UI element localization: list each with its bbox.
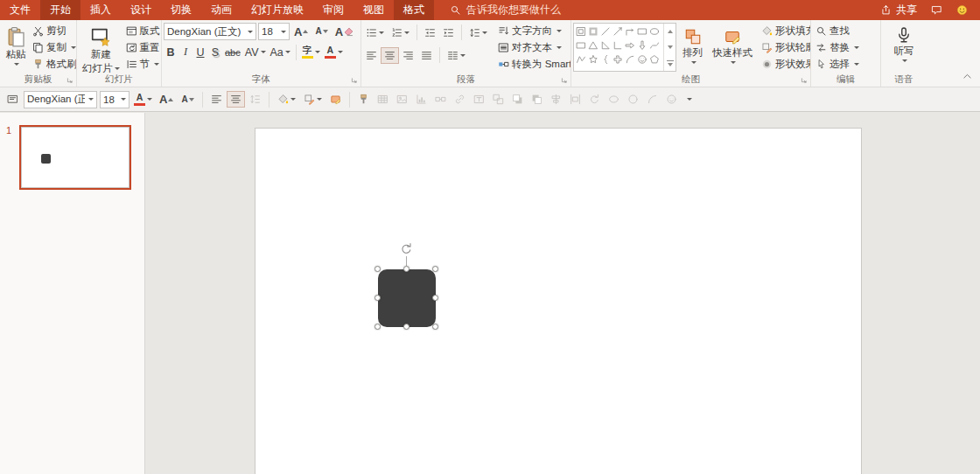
shape-right-triangle-item[interactable]: [599, 38, 612, 52]
resize-handle-top-right[interactable]: [432, 266, 438, 272]
tab-review[interactable]: 审阅: [313, 0, 354, 20]
shape-line-arrow-item[interactable]: [612, 24, 624, 38]
align-center-button[interactable]: [382, 48, 398, 63]
rounded-rectangle-shape[interactable]: [378, 269, 436, 327]
paragraph-dialog-launcher-icon[interactable]: [561, 77, 569, 85]
shape-frame-item[interactable]: [575, 24, 587, 38]
justify-button[interactable]: [418, 48, 435, 63]
fmt-rotate-button[interactable]: [586, 92, 603, 107]
resize-handle-top-left[interactable]: [374, 266, 381, 272]
section-button[interactable]: 节: [123, 56, 163, 73]
fmt-smiley-shape-button[interactable]: [663, 92, 680, 107]
fmt-text-box-button[interactable]: [471, 92, 487, 107]
resize-handle-middle-left[interactable]: [374, 295, 381, 301]
tab-home[interactable]: 开始: [40, 0, 80, 20]
change-case-button[interactable]: Aa: [269, 44, 292, 60]
convert-to-smartart-button[interactable]: 转换为 SmartArt: [495, 56, 571, 73]
arrange-button[interactable]: 排列: [679, 23, 706, 73]
font-color-button[interactable]: A: [323, 44, 345, 60]
collapse-ribbon-button[interactable]: [962, 71, 973, 82]
text-highlight-color-button[interactable]: 字: [300, 44, 322, 60]
shape-effects-button[interactable]: 形状效果: [759, 56, 811, 73]
fmt-shrink-font-button[interactable]: A: [178, 91, 196, 108]
decrease-indent-button[interactable]: [422, 25, 438, 40]
grow-font-button[interactable]: A: [291, 23, 311, 40]
layout-button[interactable]: 版式: [123, 23, 163, 39]
fmt-grow-font-button[interactable]: A: [157, 91, 176, 108]
numbering-button[interactable]: [388, 25, 412, 40]
replace-button[interactable]: 替换: [813, 39, 862, 56]
tell-me-search[interactable]: 告诉我你想要做什么: [443, 0, 568, 20]
shape-arrow-right-item[interactable]: [624, 38, 636, 52]
shape-rectangle2-item[interactable]: [575, 38, 587, 52]
tab-view[interactable]: 视图: [354, 0, 394, 20]
shape-half-frame-item[interactable]: [587, 24, 599, 38]
fmt-shape-outline-button[interactable]: [301, 92, 325, 107]
bullets-button[interactable]: [363, 25, 387, 40]
dictate-button[interactable]: 听写: [891, 23, 918, 73]
tab-slideshow[interactable]: 幻灯片放映: [242, 0, 313, 20]
resize-handle-bottom-right[interactable]: [432, 324, 438, 330]
shape-fill-button[interactable]: 形状填充: [759, 23, 811, 39]
font-family-combo[interactable]: DengXian (正文): [164, 23, 256, 40]
new-slide-button[interactable]: 新建 幻灯片: [79, 23, 123, 73]
fmt-align-objects-button[interactable]: [548, 92, 564, 107]
shape-pentagon-item[interactable]: [648, 52, 661, 66]
line-spacing-button[interactable]: [466, 25, 490, 40]
tab-insert[interactable]: 插入: [80, 0, 121, 20]
fmt-smartart-button[interactable]: [432, 92, 449, 107]
font-size-combo[interactable]: 18: [258, 23, 290, 40]
align-right-button[interactable]: [400, 48, 416, 63]
fmt-chart-button[interactable]: [413, 92, 430, 107]
rotation-handle-icon[interactable]: [400, 242, 413, 255]
font-dialog-launcher-icon[interactable]: [351, 77, 359, 85]
tab-format[interactable]: 格式: [394, 0, 434, 20]
fmt-font-family-combo[interactable]: DengXian (正: [24, 91, 97, 108]
fmt-table-button[interactable]: [374, 92, 391, 107]
shapes-scroll-up-button[interactable]: [664, 24, 676, 39]
copy-button[interactable]: 复制: [30, 39, 77, 56]
fmt-more-button[interactable]: [682, 96, 695, 102]
fmt-align-left-button[interactable]: [208, 92, 225, 107]
find-button[interactable]: 查找: [813, 23, 862, 39]
underline-button[interactable]: U: [193, 44, 207, 60]
fmt-group-button[interactable]: [490, 92, 507, 107]
fmt-hyperlink-button[interactable]: [452, 92, 468, 107]
strikethrough-button[interactable]: abc: [223, 44, 242, 60]
tab-design[interactable]: 设计: [121, 0, 161, 20]
shape-smiley-item[interactable]: [636, 52, 648, 66]
fmt-image-button[interactable]: [394, 92, 410, 107]
italic-button[interactable]: I: [178, 44, 192, 60]
shapes-more-button[interactable]: [664, 55, 676, 71]
shape-outline-button[interactable]: 形状轮廓: [759, 39, 811, 56]
shape-freeform-item[interactable]: [575, 52, 587, 66]
bold-button[interactable]: B: [164, 44, 178, 60]
tab-animations[interactable]: 动画: [201, 0, 242, 20]
slide-canvas[interactable]: [145, 113, 980, 474]
shrink-font-button[interactable]: A: [312, 23, 330, 40]
shape-elbow-arrow-item[interactable]: [624, 24, 636, 38]
comments-button[interactable]: [931, 4, 942, 16]
fmt-quick-styles-button[interactable]: [327, 92, 344, 107]
slide-editing-surface[interactable]: [255, 128, 862, 474]
columns-button[interactable]: [444, 48, 468, 63]
resize-handle-top-middle[interactable]: [403, 266, 410, 272]
shape-plus-item[interactable]: [612, 52, 624, 66]
increase-indent-button[interactable]: [440, 25, 457, 40]
text-shadow-button[interactable]: S: [208, 44, 222, 60]
fmt-line-spacing-button[interactable]: [247, 92, 263, 107]
shape-rectangle-item[interactable]: [636, 24, 648, 38]
shapes-scroll-down-button[interactable]: [664, 39, 676, 55]
fmt-circle-button[interactable]: [625, 92, 641, 107]
shape-arrow-down-item[interactable]: [636, 38, 648, 52]
shape-oval-item[interactable]: [648, 24, 661, 38]
align-left-button[interactable]: [363, 48, 380, 63]
slide-layout-button[interactable]: [4, 92, 21, 107]
fmt-font-size-combo[interactable]: 18: [100, 91, 130, 108]
resize-handle-bottom-left[interactable]: [374, 324, 381, 330]
tab-file[interactable]: 文件: [0, 0, 40, 20]
shape-elbow-connector-item[interactable]: [612, 38, 624, 52]
shape-curve-item[interactable]: [648, 38, 661, 52]
fmt-bring-forward-button[interactable]: [509, 92, 526, 107]
fmt-format-painter-button[interactable]: [355, 92, 372, 107]
